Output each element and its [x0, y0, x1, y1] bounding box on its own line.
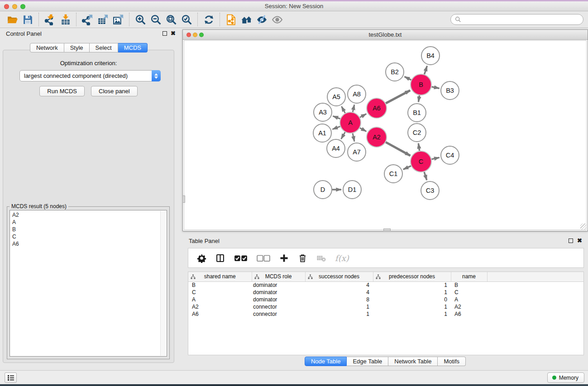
cell-predecessor-nodes[interactable]: 0: [373, 296, 451, 303]
tab-network-table[interactable]: Network Table: [388, 357, 438, 366]
tab-select[interactable]: Select: [90, 43, 118, 52]
search-field[interactable]: [450, 14, 583, 25]
zoom-fit-icon[interactable]: [163, 13, 179, 26]
column-header-MCDS-role[interactable]: MCDS role: [252, 272, 305, 281]
mcds-result-item[interactable]: A6: [12, 240, 167, 248]
tab-node-table[interactable]: Node Table: [305, 357, 347, 366]
graph-node-C3[interactable]: C3: [421, 181, 439, 200]
graph-edge-A-A4[interactable]: [341, 132, 345, 139]
cell-shared-name[interactable]: A6: [188, 310, 252, 318]
export-network-icon[interactable]: [80, 13, 95, 26]
canvas-left-handle[interactable]: [182, 195, 185, 203]
task-history-button[interactable]: [5, 372, 17, 383]
graph-edge-C-C1[interactable]: [403, 166, 411, 170]
list-scrollbar[interactable]: [160, 211, 166, 356]
graph-edge-C-C4[interactable]: [431, 157, 439, 159]
graph-node-A4[interactable]: A4: [327, 139, 345, 157]
close-panel-button[interactable]: Close panel: [91, 86, 138, 96]
network-window-titlebar[interactable]: testGlobe.txt: [183, 30, 588, 40]
graph-edge-A-A1[interactable]: [333, 126, 340, 129]
deselect-all-icon[interactable]: [257, 252, 270, 264]
cell-predecessor-nodes[interactable]: 1: [373, 310, 451, 318]
zoom-traffic-light[interactable]: [199, 33, 204, 37]
graph-edge-C-C2[interactable]: [418, 143, 419, 151]
mcds-result-item[interactable]: B: [12, 226, 167, 233]
table-row[interactable]: Cdominator41C: [188, 289, 583, 296]
column-header-successor-nodes[interactable]: successor nodes: [305, 272, 373, 281]
graph-node-D[interactable]: D: [314, 181, 332, 199]
graph-node-A3[interactable]: A3: [314, 103, 332, 121]
cell-successor-nodes[interactable]: 1: [305, 310, 373, 318]
graph-edge-B-B3[interactable]: [432, 87, 440, 88]
graph-edge-A-A6[interactable]: [360, 114, 366, 118]
close-traffic-light[interactable]: [4, 4, 9, 9]
column-header-name[interactable]: name: [451, 272, 487, 281]
graph-edge-A-A2[interactable]: [360, 128, 366, 132]
cell-shared-name[interactable]: A: [188, 296, 252, 303]
zoom-selected-icon[interactable]: [179, 13, 194, 26]
network-from-file-icon[interactable]: [223, 13, 239, 26]
minimize-traffic-light[interactable]: [193, 33, 197, 37]
graph-node-C4[interactable]: C4: [441, 146, 459, 164]
cell-name[interactable]: A: [451, 296, 487, 303]
graph-edge-B-B4[interactable]: [425, 66, 427, 74]
graph-node-C[interactable]: C: [411, 151, 431, 172]
graph-edge-A-A8[interactable]: [353, 105, 354, 112]
column-header-predecessor-nodes[interactable]: predecessor nodes: [373, 272, 451, 281]
graph-node-C1[interactable]: C1: [384, 165, 402, 183]
refresh-icon[interactable]: [201, 13, 216, 26]
close-traffic-light[interactable]: [186, 33, 191, 37]
cell-shared-name[interactable]: C: [188, 289, 252, 296]
cell-name[interactable]: B: [451, 281, 487, 289]
table-row[interactable]: A6connector11A6: [188, 310, 583, 318]
graph-node-A6[interactable]: A6: [367, 98, 387, 118]
cell-predecessor-nodes[interactable]: 1: [373, 289, 451, 296]
tab-network[interactable]: Network: [30, 43, 64, 52]
graph-node-A[interactable]: A: [340, 112, 361, 133]
search-input[interactable]: [464, 16, 579, 23]
select-all-icon[interactable]: [234, 252, 248, 264]
cell-successor-nodes[interactable]: 8: [305, 296, 373, 303]
float-panel-icon[interactable]: [569, 238, 573, 243]
hide-graphics-details-icon[interactable]: [254, 13, 269, 26]
graph-edge-A2-C[interactable]: [386, 142, 410, 156]
minimize-traffic-light[interactable]: [12, 4, 17, 9]
cell-successor-nodes[interactable]: 4: [305, 289, 373, 296]
show-graphics-details-icon[interactable]: [269, 13, 285, 26]
settings-icon[interactable]: [197, 252, 206, 264]
cell-name[interactable]: C: [451, 289, 487, 296]
open-session-icon[interactable]: [5, 13, 20, 26]
export-table-icon[interactable]: [95, 13, 110, 26]
run-mcds-button[interactable]: Run MCDS: [39, 86, 85, 96]
graph-node-A8[interactable]: A8: [348, 85, 366, 103]
column-header-shared-name[interactable]: shared name: [188, 272, 252, 281]
cell-MCDS-role[interactable]: dominator: [252, 289, 305, 296]
mcds-result-item[interactable]: C: [12, 233, 167, 240]
network-canvas[interactable]: B4B2BB3A5A8A6A3B1AA1C2A2A4A7C4CC1C3DD1: [184, 40, 587, 230]
cell-predecessor-nodes[interactable]: 1: [373, 281, 451, 289]
table-row[interactable]: A2connector11A2: [188, 303, 583, 310]
cell-name[interactable]: A6: [451, 310, 487, 318]
graph-edge-C-C3[interactable]: [424, 172, 427, 180]
mcds-result-item[interactable]: A: [12, 219, 167, 226]
mcds-result-list[interactable]: A2ABCA6: [10, 210, 167, 357]
zoom-traffic-light[interactable]: [20, 4, 25, 9]
graph-edge-A-A7[interactable]: [353, 133, 354, 142]
graph-node-A1[interactable]: A1: [313, 124, 331, 142]
tab-edge-table[interactable]: Edge Table: [347, 357, 388, 366]
network-graph[interactable]: B4B2BB3A5A8A6A3B1AA1C2A2A4A7C4CC1C3DD1: [184, 41, 587, 230]
memory-button[interactable]: Memory: [547, 372, 584, 383]
graph-edge-A-A3[interactable]: [333, 116, 340, 119]
cell-successor-nodes[interactable]: 4: [305, 281, 373, 289]
tab-mcds[interactable]: MCDS: [118, 43, 148, 52]
graph-edge-B-B2[interactable]: [405, 76, 411, 80]
save-session-icon[interactable]: [20, 13, 35, 26]
delete-column-icon[interactable]: [298, 252, 307, 264]
canvas-bottom-handle[interactable]: [383, 229, 391, 231]
tab-style[interactable]: Style: [64, 43, 90, 52]
close-panel-icon[interactable]: ✖: [577, 238, 582, 243]
import-network-icon[interactable]: [42, 13, 57, 26]
add-column-icon[interactable]: [279, 252, 289, 264]
zoom-in-icon[interactable]: [133, 13, 148, 26]
table-row[interactable]: Adominator80A: [188, 296, 583, 303]
